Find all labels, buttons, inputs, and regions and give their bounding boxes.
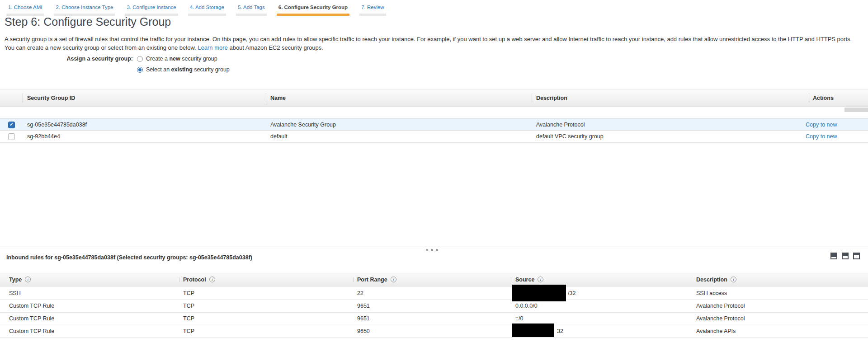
row-checkbox-checked[interactable] bbox=[8, 122, 15, 128]
header-port-range: Port Range bbox=[357, 273, 396, 286]
security-group-row-selected[interactable]: sg-05e35e44785da038f Avalanche Security … bbox=[0, 118, 868, 131]
column-separator bbox=[353, 277, 354, 282]
rule-description: Avalanche Protocol bbox=[696, 313, 745, 325]
drag-dot-icon bbox=[436, 249, 438, 251]
inbound-rule-row: Custom TCP Rule TCP 9650 32 Avalanche AP… bbox=[0, 325, 868, 338]
page-title: Step 6: Configure Security Group bbox=[5, 15, 171, 28]
rule-type: Custom TCP Rule bbox=[9, 300, 54, 312]
column-separator bbox=[511, 277, 511, 282]
info-icon[interactable] bbox=[209, 277, 215, 282]
radio-option-create-new[interactable]: Create a new security group bbox=[137, 56, 217, 62]
rule-description: SSH access bbox=[696, 287, 727, 300]
copy-to-new-link[interactable]: Copy to new bbox=[806, 131, 837, 142]
header-protocol: Protocol bbox=[183, 273, 215, 286]
sg-id: sg-92bb44e4 bbox=[27, 131, 60, 142]
rule-protocol: TCP bbox=[183, 287, 194, 300]
collapse-bottom-pane-icon[interactable] bbox=[830, 253, 837, 259]
sg-name: default bbox=[270, 131, 288, 142]
drag-dot-icon bbox=[426, 249, 428, 251]
tab-configure-security-group[interactable]: 6. Configure Security Group bbox=[277, 3, 349, 16]
radio-option-select-existing[interactable]: Select an existing security group bbox=[137, 66, 230, 73]
intro-text: A security group is a set of firewall ru… bbox=[5, 35, 859, 52]
security-group-row[interactable]: sg-92bb44e4 default default VPC security… bbox=[0, 131, 868, 143]
rule-port: 22 bbox=[357, 287, 363, 300]
rule-source: /32 bbox=[568, 287, 576, 300]
header-security-group-id: Security Group ID bbox=[27, 89, 75, 107]
radio-select-existing-label: Select an existing security group bbox=[146, 66, 230, 73]
redacted-source-ip bbox=[512, 285, 566, 301]
radio-create-new-label: Create a new security group bbox=[146, 56, 217, 62]
rule-port: 9651 bbox=[357, 300, 370, 312]
rule-type: SSH bbox=[9, 287, 21, 300]
sg-description: Avalanche Protocol bbox=[536, 119, 585, 131]
tab-add-storage[interactable]: 4. Add Storage bbox=[188, 3, 226, 16]
half-bottom-pane-icon[interactable] bbox=[842, 253, 849, 259]
header-description: Description bbox=[536, 89, 567, 107]
tab-add-tags[interactable]: 5. Add Tags bbox=[236, 3, 267, 16]
inbound-rules-table: Type Protocol Port Range Source Descript… bbox=[0, 273, 868, 286]
rule-source: ::/0 bbox=[515, 313, 523, 325]
row-checkbox-unchecked[interactable] bbox=[8, 133, 15, 140]
drag-dot-icon bbox=[431, 249, 433, 251]
column-separator bbox=[532, 94, 532, 103]
header-rule-description: Description bbox=[696, 273, 736, 286]
rule-protocol: TCP bbox=[183, 325, 194, 338]
assign-security-group-row: Select an existing security group bbox=[0, 66, 230, 73]
rule-protocol: TCP bbox=[183, 300, 194, 312]
rule-type: Custom TCP Rule bbox=[9, 325, 54, 338]
radio-create-new-icon[interactable] bbox=[137, 56, 143, 62]
intro-after-link: about Amazon EC2 security groups. bbox=[228, 44, 323, 51]
assign-security-group-row: Assign a security group: Create a new se… bbox=[0, 56, 217, 62]
sg-name: Avalanche Security Group bbox=[270, 119, 336, 131]
rule-description: Avalanche APIs bbox=[696, 325, 736, 338]
tab-configure-instance[interactable]: 3. Configure Instance bbox=[125, 3, 178, 16]
info-icon[interactable] bbox=[391, 277, 396, 282]
inbound-rule-row: Custom TCP Rule TCP 9651 0.0.0.0/0 Avala… bbox=[0, 300, 868, 313]
rule-description: Avalanche Protocol bbox=[696, 300, 745, 312]
column-separator bbox=[266, 94, 266, 103]
rule-source: 0.0.0.0/0 bbox=[515, 300, 538, 312]
redacted-source-ip bbox=[512, 324, 554, 337]
column-separator bbox=[809, 94, 809, 103]
learn-more-link[interactable]: Learn more bbox=[198, 44, 227, 51]
rule-source: 32 bbox=[557, 325, 563, 338]
table-scrollbar-corner bbox=[844, 108, 868, 112]
security-groups-table: Security Group ID Name Description Actio… bbox=[0, 89, 868, 107]
rule-port: 9651 bbox=[357, 313, 370, 325]
pane-size-controls bbox=[830, 253, 860, 259]
split-pane-divider bbox=[0, 247, 868, 247]
expand-bottom-pane-icon[interactable] bbox=[853, 253, 860, 259]
inbound-rules-table-header: Type Protocol Port Range Source Descript… bbox=[0, 273, 868, 286]
info-icon[interactable] bbox=[731, 277, 736, 282]
inbound-rule-row: SSH TCP 22 /32 SSH access bbox=[0, 287, 868, 300]
assign-security-group-label: Assign a security group: bbox=[0, 56, 137, 62]
rule-port: 9650 bbox=[357, 325, 370, 338]
rule-protocol: TCP bbox=[183, 313, 194, 325]
tab-choose-instance-type[interactable]: 2. Choose Instance Type bbox=[54, 3, 115, 16]
info-icon[interactable] bbox=[538, 277, 543, 282]
wizard-tab-bar: 1. Choose AMI 2. Choose Instance Type 3.… bbox=[6, 3, 386, 16]
column-separator bbox=[23, 94, 23, 103]
copy-to-new-link[interactable]: Copy to new bbox=[806, 119, 837, 131]
inbound-rules-title: Inbound rules for sg-05e35e44785da038f (… bbox=[6, 254, 252, 261]
radio-select-existing-icon[interactable] bbox=[137, 67, 143, 73]
sg-description: default VPC security group bbox=[536, 131, 604, 142]
pane-drag-handle[interactable] bbox=[426, 249, 438, 251]
rule-type: Custom TCP Rule bbox=[9, 313, 54, 325]
header-actions: Actions bbox=[813, 89, 834, 107]
tab-choose-ami[interactable]: 1. Choose AMI bbox=[6, 3, 44, 16]
column-separator bbox=[691, 277, 691, 282]
sg-id: sg-05e35e44785da038f bbox=[27, 119, 87, 131]
header-type: Type bbox=[9, 273, 31, 286]
security-groups-table-header: Security Group ID Name Description Actio… bbox=[0, 89, 868, 107]
inbound-rule-row: Custom TCP Rule TCP 9651 ::/0 Avalanche … bbox=[0, 313, 868, 325]
intro-before-link: A security group is a set of firewall ru… bbox=[5, 36, 852, 51]
tab-review[interactable]: 7. Review bbox=[359, 3, 386, 16]
header-name: Name bbox=[270, 89, 286, 107]
column-separator bbox=[179, 277, 179, 282]
info-icon[interactable] bbox=[25, 277, 31, 282]
